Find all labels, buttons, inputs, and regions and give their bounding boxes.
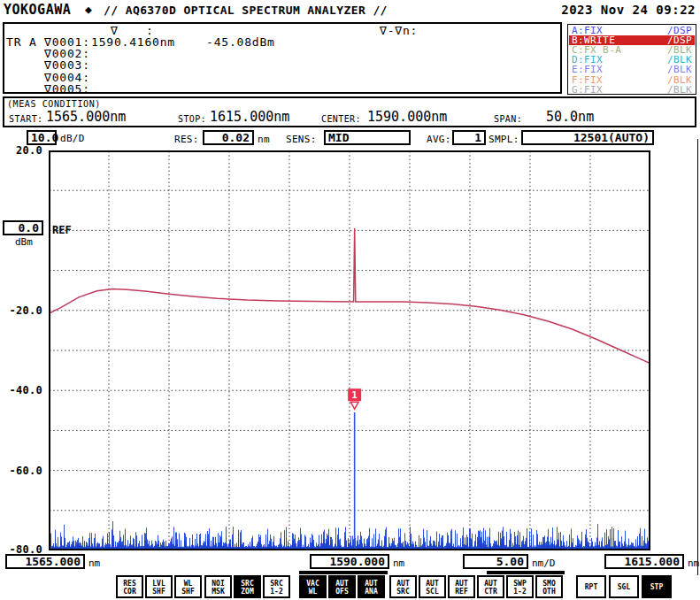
toolbar-button-aut-ref[interactable]: AUTREF xyxy=(448,575,475,598)
trace-legend-row-g[interactable]: G:FIX/BLK xyxy=(569,85,695,95)
y-label-m20: -20.0 xyxy=(4,304,42,317)
toolbar-button-noi-msk[interactable]: NOIMSK xyxy=(204,575,232,598)
res-label: RES: xyxy=(174,134,199,145)
sens-label: SENS: xyxy=(286,134,317,145)
level-scale-field[interactable]: 10.0 xyxy=(27,130,57,145)
x-start-unit: nm xyxy=(88,558,100,569)
toolbar-button-stp[interactable]: STP xyxy=(642,575,672,598)
toolbar-button-aut-ctr[interactable]: AUTCTR xyxy=(477,575,504,598)
marker-row: ∇0003: xyxy=(6,58,555,70)
trace-display-mode: /BLK xyxy=(667,85,692,95)
toolbar-button-smo-oth[interactable]: SMOOTH xyxy=(535,575,563,598)
ref-unit: dBm xyxy=(15,236,33,248)
x-stop-field[interactable]: 1615.000 xyxy=(604,554,684,569)
yokogawa-brand: YOKOGAWA xyxy=(4,2,71,18)
marker-row: ∇0004: xyxy=(6,71,555,82)
meas-condition-panel: (MEAS CONDITION) START:1565.000nmSTOP:16… xyxy=(3,96,696,127)
toolbar-button-sgl[interactable]: SGL xyxy=(609,575,639,598)
marker-id: ∇0005: xyxy=(44,82,90,96)
res-unit: nm xyxy=(258,134,270,145)
marker-1-label: 1 xyxy=(351,389,358,401)
marker-row: TR A∇0001:1590.4160nm-45.08dBm xyxy=(6,35,555,47)
yokogawa-logo-icon: ◆ xyxy=(85,3,92,16)
toolbar-button-vac-wl[interactable]: VACWL xyxy=(299,575,327,598)
meas-value: 1590.000nm xyxy=(367,109,447,125)
toolbar-button-res-cor[interactable]: RESCOR xyxy=(116,575,143,598)
x-start-field[interactable]: 1565.000 xyxy=(5,554,85,569)
resolution-field[interactable]: 0.02 xyxy=(203,130,254,145)
x-scale-field[interactable]: 5.00 xyxy=(463,554,528,569)
meas-label: SPAN: xyxy=(494,114,522,124)
trace-legend-row-e[interactable]: E:FIX/BLK xyxy=(569,65,695,74)
trace-display-mode: /BLK xyxy=(667,75,692,85)
trace-legend-row-f[interactable]: F:FIX/BLK xyxy=(569,75,695,85)
meas-condition-title: (MEAS CONDITION) xyxy=(7,99,101,109)
toolbar-button-wl-shf[interactable]: WLSHF xyxy=(174,575,202,598)
meas-value: 50.0nm xyxy=(546,109,594,125)
meas-label: CENTER: xyxy=(321,114,361,124)
datetime: 2023 Nov 24 09:22 xyxy=(561,3,696,17)
x-center-unit: nm xyxy=(393,558,404,569)
meas-value: 1615.000nm xyxy=(210,109,289,125)
level-scale-unit: dB/D xyxy=(60,133,85,144)
toolbar-button-aut-scl[interactable]: AUTSCL xyxy=(419,575,446,598)
trace-name: E:FIX xyxy=(572,65,603,74)
toolbar-button-aut-ofs[interactable]: AUTOFS xyxy=(328,575,356,598)
spectrum-plot: REF1 xyxy=(49,150,650,550)
meas-label: START: xyxy=(9,114,43,124)
average-field[interactable]: 1 xyxy=(452,130,486,145)
y-label-m60: -60.0 xyxy=(4,465,42,477)
ref-line-label: REF xyxy=(52,224,72,236)
y-label-m40: -40.0 xyxy=(4,384,42,396)
x-stop-unit: nm xyxy=(688,558,699,569)
y-label-20: 20.0 xyxy=(4,144,42,157)
trace-display-mode: /BLK xyxy=(667,65,692,74)
toolbar-group-bar-1 xyxy=(299,571,388,574)
screen-right-border xyxy=(697,139,698,575)
toolbar-button-lvl-shf[interactable]: LVLSHF xyxy=(145,575,173,598)
toolbar-group-bar-2 xyxy=(487,571,565,574)
marker-row: ∇0005: xyxy=(6,82,555,94)
instrument-title: // AQ6370D OPTICAL SPECTRUM ANALYZER // xyxy=(104,4,388,17)
title-bar: YOKOGAWA ◆ // AQ6370D OPTICAL SPECTRUM A… xyxy=(0,0,700,20)
sampling-field[interactable]: 12501(AUTO) xyxy=(521,130,654,145)
toolbar-button-aut-ana[interactable]: AUTANA xyxy=(358,575,385,598)
osa-screen: { "header": { "brand": "YOKOGAWA", "logo… xyxy=(0,0,700,600)
marker-readout-panel: ∇ : ∇-∇n: TR A∇0001:1590.4160nm-45.08dBm… xyxy=(3,22,562,94)
toolbar-button-rpt[interactable]: RPT xyxy=(576,575,606,598)
meas-label: STOP: xyxy=(178,114,206,124)
meas-value: 1565.000nm xyxy=(46,109,126,125)
toolbar-button-src-1-2[interactable]: SRC1-2 xyxy=(263,575,290,598)
toolbar-button-src-zom[interactable]: SRCZOM xyxy=(234,575,261,598)
toolbar-button-aut-src[interactable]: AUTSRC xyxy=(389,575,417,598)
trace-name: G:FIX xyxy=(572,85,603,95)
toolbar-button-swp-1-2[interactable]: SWP1-2 xyxy=(506,575,534,598)
x-scale-unit: nm/D xyxy=(532,558,556,569)
smpl-label: SMPL: xyxy=(488,134,519,145)
trace-legend-panel: A:FIX/DSPB:WRITE/DSPC:FX B-A/BLKD:FIX/BL… xyxy=(567,24,696,95)
sensitivity-field[interactable]: MID xyxy=(324,130,411,145)
spectrum-plot-svg: REF1 xyxy=(49,150,650,550)
trace-name: F:FIX xyxy=(572,75,603,85)
avg-label: AVG: xyxy=(427,134,451,145)
ref-level-field[interactable]: 0.0 xyxy=(3,220,43,235)
marker-1-pointer-icon xyxy=(350,402,358,409)
marker-row: ∇0002: xyxy=(6,47,555,58)
x-center-field[interactable]: 1590.000 xyxy=(310,554,389,569)
